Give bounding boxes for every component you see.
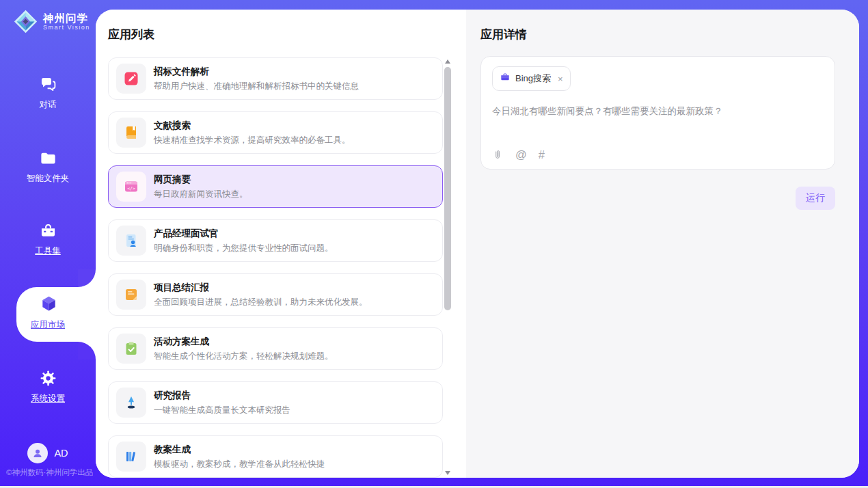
app-card-research-report[interactable]: 研究报告 一键智能生成高质量长文本研究报告 — [108, 381, 443, 424]
scroll-down-arrow-icon[interactable] — [445, 471, 450, 475]
gear-icon — [39, 369, 57, 388]
app-card-title: 教案生成 — [154, 444, 325, 456]
scrollbar-thumb[interactable] — [444, 67, 451, 310]
bubble-notch-bottom — [78, 342, 96, 360]
folder-icon — [39, 149, 57, 167]
brand-diamond-icon — [13, 9, 38, 34]
app-card-desc: 全面回顾项目进展，总结经验教训，助力未来优化发展。 — [154, 297, 368, 308]
app-card-bid-document-analysis[interactable]: 招标文件解析 帮助用户快速、准确地理解和解析招标书中的关键信息 — [108, 57, 443, 100]
prompt-card[interactable]: Bing搜索 × 今日湖北有哪些新闻要点？有哪些需要关注的最新政策？ @ # — [480, 56, 835, 170]
clipboard-icon — [116, 334, 146, 364]
app-card-lesson-plan[interactable]: 教案生成 模板驱动，教案秒成，教学准备从此轻松快捷 — [108, 435, 443, 478]
sidebar-item-settings[interactable]: 系统设置 — [0, 369, 96, 405]
book-icon — [116, 118, 146, 148]
app-card-list: 招标文件解析 帮助用户快速、准确地理解和解析招标书中的关键信息 文献搜索 快速精… — [108, 57, 443, 478]
note-icon — [116, 280, 146, 310]
sidebar-item-smart-folder[interactable]: 智能文件夹 — [0, 149, 96, 185]
paperclip-icon[interactable] — [492, 149, 504, 161]
sidebar-item-chat[interactable]: 对话 — [0, 75, 96, 111]
app-detail-panel: 应用详情 Bing搜索 × 今日湖北有哪些新闻要点？有哪些需要关注的最新政策？ … — [466, 10, 859, 478]
question-text[interactable]: 今日湖北有哪些新闻要点？有哪些需要关注的最新政策？ — [492, 105, 824, 118]
run-button[interactable]: 运行 — [796, 187, 835, 210]
app-card-project-summary[interactable]: 项目总结汇报 全面回顾项目进展，总结经验教训，助力未来优化发展。 — [108, 273, 443, 316]
app-card-title: 活动方案生成 — [154, 336, 334, 348]
app-card-desc: 智能生成个性化活动方案，轻松解决规划难题。 — [154, 351, 334, 362]
copyright: ©神州数码·神州问学出品 — [6, 467, 93, 478]
app-card-desc: 每日政府新闻资讯快查。 — [154, 189, 248, 200]
scroll-up-arrow-icon[interactable] — [445, 59, 450, 64]
app-card-title: 网页摘要 — [154, 174, 248, 186]
toolbox-icon — [39, 221, 57, 240]
user-label: AD — [54, 448, 68, 459]
app-card-web-summary[interactable]: </> 网页摘要 每日政府新闻资讯快查。 — [108, 165, 443, 208]
sidebar-item-toolset[interactable]: 工具集 — [0, 221, 96, 257]
bubble-notch-top — [78, 269, 96, 287]
svg-text:</>: </> — [127, 186, 135, 191]
app-card-desc: 模板驱动，教案秒成，教学准备从此轻松快捷 — [154, 459, 325, 470]
app-card-desc: 快速精准查找学术资源，提高研究效率的必备工具。 — [154, 135, 351, 146]
app-card-desc: 帮助用户快速、准确地理解和解析招标书中的关键信息 — [154, 81, 359, 92]
app-list-title: 应用列表 — [108, 27, 154, 42]
books-icon — [116, 442, 146, 472]
brand-tagline: Smart Vision — [43, 24, 90, 31]
app-card-title: 项目总结汇报 — [154, 282, 368, 294]
chip-close-icon[interactable]: × — [558, 74, 563, 83]
user-avatar[interactable] — [27, 443, 48, 463]
tool-chip-label: Bing搜索 — [515, 72, 551, 85]
app-card-desc: 明确身份和职责，为您提供专业性的面试问题。 — [154, 243, 334, 254]
hash-tag-icon[interactable]: # — [539, 148, 545, 161]
app-card-literature-search[interactable]: 文献搜索 快速精准查找学术资源，提高研究效率的必备工具。 — [108, 111, 443, 154]
main-content: 应用列表 招标文件解析 帮助用户快速、准确地理解和解析招标书中的关键信息 文献搜… — [96, 10, 859, 478]
app-logo: 神州问学 Smart Vision — [13, 9, 90, 34]
pen-square-icon — [116, 64, 146, 94]
sidebar: 神州问学 Smart Vision 对话 智能文件夹 工具集 应用市场 系统设置… — [0, 0, 96, 488]
app-card-title: 文献搜索 — [154, 120, 351, 132]
app-card-title: 招标文件解析 — [154, 66, 359, 78]
interview-icon — [116, 226, 146, 256]
ink-pen-icon — [116, 388, 146, 418]
app-card-pm-interviewer[interactable]: 产品经理面试官 明确身份和职责，为您提供专业性的面试问题。 — [108, 219, 443, 262]
browser-icon: </> — [116, 172, 146, 202]
app-card-desc: 一键智能生成高质量长文本研究报告 — [154, 405, 290, 416]
tool-chip[interactable]: Bing搜索 × — [492, 66, 571, 91]
at-mention-icon[interactable]: @ — [515, 148, 527, 161]
brand-name: 神州问学 — [43, 12, 90, 25]
chat-icon — [39, 75, 57, 94]
app-list-panel: 应用列表 招标文件解析 帮助用户快速、准确地理解和解析招标书中的关键信息 文献搜… — [96, 10, 466, 478]
app-detail-title: 应用详情 — [480, 27, 859, 42]
sidebar-item-app-market[interactable]: 应用市场 — [0, 294, 96, 331]
scrollbar[interactable] — [444, 57, 452, 477]
app-card-title: 产品经理面试官 — [154, 228, 334, 240]
briefcase-icon — [500, 72, 511, 85]
user-row[interactable]: AD — [0, 443, 96, 463]
attachment-toolbar: @ # — [492, 148, 545, 161]
person-icon — [31, 447, 44, 459]
app-card-event-plan[interactable]: 活动方案生成 智能生成个性化活动方案，轻松解决规划难题。 — [108, 327, 443, 370]
app-card-title: 研究报告 — [154, 390, 290, 402]
cube-icon — [39, 294, 57, 312]
